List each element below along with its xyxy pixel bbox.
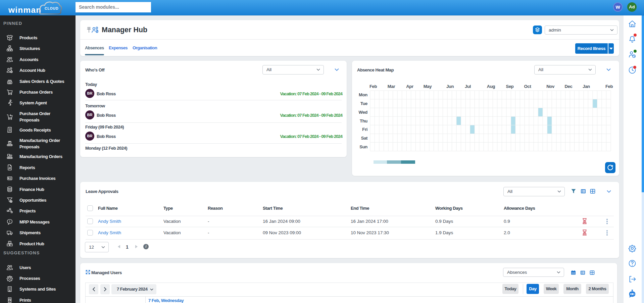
- svg-text:May: May: [424, 84, 432, 89]
- svg-text:Wed: Wed: [359, 110, 368, 115]
- svg-text:Sat: Sat: [361, 136, 368, 141]
- svg-text:Fri: Fri: [362, 127, 367, 132]
- svg-text:Nov: Nov: [546, 84, 555, 89]
- svg-text:Sun: Sun: [359, 144, 367, 149]
- svg-text:Thu: Thu: [360, 118, 367, 123]
- svg-text:Feb: Feb: [369, 84, 377, 89]
- svg-text:Aug: Aug: [487, 84, 495, 89]
- svg-text:Jun: Jun: [446, 84, 454, 89]
- svg-text:Sep: Sep: [506, 84, 514, 89]
- svg-text:Feb: Feb: [605, 84, 613, 89]
- svg-text:Mar: Mar: [388, 84, 395, 89]
- svg-text:Jul: Jul: [465, 84, 471, 89]
- svg-text:Mon: Mon: [359, 92, 367, 97]
- svg-text:Apr: Apr: [406, 84, 413, 89]
- svg-text:CLOUD: CLOUD: [45, 6, 58, 10]
- svg-text:winman: winman: [8, 5, 41, 14]
- svg-text:Dec: Dec: [565, 84, 573, 89]
- svg-text:Oct: Oct: [524, 84, 532, 89]
- svg-text:Tue: Tue: [360, 101, 367, 106]
- svg-text:Jan: Jan: [583, 84, 590, 89]
